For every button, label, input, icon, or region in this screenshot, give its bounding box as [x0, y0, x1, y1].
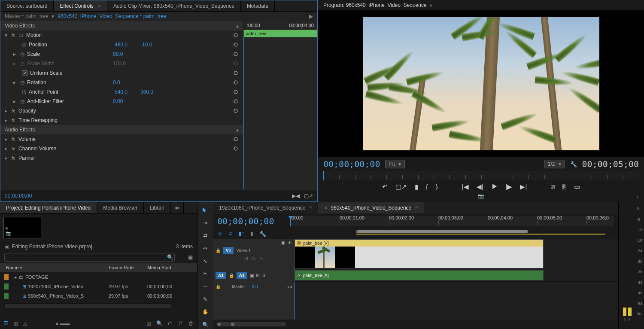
rate-stretch-tool-icon[interactable]: ⤡: [200, 257, 210, 265]
expand-icon[interactable]: ▸: [15, 274, 17, 280]
ec-clip-bar[interactable]: palm_tree: [243, 30, 317, 37]
uniform-scale-checkbox[interactable]: ✓: [22, 70, 27, 76]
label-color-swatch[interactable]: [4, 293, 9, 299]
toggle-track-output-icon[interactable]: ▣: [281, 241, 285, 245]
add-marker-icon[interactable]: ▮⁺: [239, 231, 244, 237]
track-target-a1[interactable]: A1: [237, 272, 247, 279]
pen-tool-icon[interactable]: ✎: [200, 295, 210, 304]
sort-icon[interactable]: ▾: [20, 265, 22, 270]
go-to-playhead-icon[interactable]: ▶: [309, 13, 313, 19]
new-item-icon[interactable]: 🗋: [178, 320, 183, 326]
fx-badge-icon[interactable]: fx: [12, 109, 18, 113]
expand-icon[interactable]: ▸: [13, 51, 20, 57]
mute-button[interactable]: M: [256, 273, 260, 278]
tab-libraries[interactable]: Librari: [144, 202, 170, 213]
fx-badge-icon[interactable]: fx: [12, 156, 18, 161]
panel-menu-icon[interactable]: ≡: [98, 3, 101, 9]
stopwatch-icon[interactable]: ◷: [20, 79, 27, 85]
effect-channel-volume[interactable]: ▸ fx Channel Volume: [0, 144, 243, 153]
expand-icon[interactable]: ▸: [5, 117, 12, 123]
panel-menu-icon[interactable]: ≡: [415, 205, 418, 211]
stopwatch-icon[interactable]: ◷: [22, 89, 29, 95]
effect-motion[interactable]: ▾ fx ▭ Motion: [0, 30, 243, 40]
track-lock-icon[interactable]: 🔒: [216, 248, 221, 253]
mark-out-icon[interactable]: }: [436, 183, 438, 191]
fx-badge-icon[interactable]: fx: [12, 118, 18, 123]
tab-audio-clip-mixer[interactable]: Audio Clip Mixer: 960x540_iPhone_Video_S…: [107, 0, 241, 11]
audio-track-header[interactable]: A1 🔒 A1 ▣ M S: [213, 270, 295, 281]
stopwatch-icon[interactable]: ◷: [22, 42, 29, 48]
selection-tool-icon[interactable]: [200, 206, 210, 214]
solo-button[interactable]: S: [262, 273, 265, 278]
expand-icon[interactable]: ▸: [5, 108, 12, 114]
scale-value[interactable]: 89.0: [113, 51, 139, 57]
expand-icon[interactable]: ▸: [13, 79, 20, 85]
track-lock-icon[interactable]: 🔒: [216, 284, 221, 289]
timeline-settings-icon[interactable]: 🔧: [259, 231, 266, 237]
playback-resolution-dropdown[interactable]: 1/2▾: [544, 160, 565, 168]
reset-icon[interactable]: [233, 89, 239, 95]
camera-icon[interactable]: 📷: [478, 193, 484, 199]
reset-icon[interactable]: [233, 79, 239, 85]
reset-icon[interactable]: [233, 136, 239, 142]
project-scrollbar[interactable]: [4, 303, 171, 308]
delete-icon[interactable]: 🗑: [188, 320, 194, 326]
export-frame-icon[interactable]: ▢↗: [395, 183, 407, 191]
project-item[interactable]: ▸🗀FOOTAGE: [0, 272, 197, 282]
audio-clip[interactable]: fx palm_tree [A]: [295, 270, 544, 280]
track-select-tool-icon[interactable]: ⇥: [200, 219, 210, 227]
stopwatch-icon[interactable]: ◷: [20, 98, 27, 104]
expand-icon[interactable]: ▸: [5, 146, 12, 152]
video-track-header[interactable]: ▣ 👁 🔒 V1 Video 1 ◁ ◇ ▷: [213, 239, 295, 270]
search-icon[interactable]: 🔍: [167, 254, 173, 260]
master-gain-value[interactable]: 0.0: [252, 284, 258, 289]
effect-controls-mini-timeline[interactable]: :00;00 00;00;04;00 palm_tree: [243, 21, 317, 190]
panel-menu-icon[interactable]: ≡: [429, 2, 432, 8]
fx-badge-icon[interactable]: fx: [12, 137, 18, 142]
rolling-edit-tool-icon[interactable]: ⇔: [200, 244, 210, 253]
next-keyframe-icon[interactable]: ▷: [260, 256, 263, 261]
project-search-input[interactable]: [4, 253, 175, 262]
video-clip[interactable]: fxpalm_tree [V]: [295, 239, 544, 268]
prev-keyframe-icon[interactable]: ◁: [244, 256, 248, 261]
sequence-tab-2[interactable]: ×960x540_iPhone_Video_Sequence≡: [318, 202, 424, 213]
reset-icon[interactable]: [233, 70, 239, 76]
timeline-track-area[interactable]: fxpalm_tree [V] fx palm_tree [A]: [295, 239, 618, 320]
reset-icon[interactable]: [233, 98, 239, 104]
work-area-bar[interactable]: [275, 229, 614, 235]
col-frame-rate[interactable]: Frame Rate: [107, 265, 146, 271]
step-forward-icon[interactable]: |▶: [506, 183, 513, 191]
reset-icon[interactable]: [233, 51, 239, 57]
step-back-icon[interactable]: ◀|: [477, 183, 483, 191]
clip-path[interactable]: 960x540_iPhone_Video_Sequence * palm_tre…: [58, 13, 166, 19]
add-button-icon[interactable]: ＋: [635, 193, 640, 201]
tabs-overflow-icon[interactable]: ≫: [171, 202, 184, 213]
transform-icon[interactable]: ▭: [18, 32, 26, 38]
label-color-swatch[interactable]: [4, 274, 9, 280]
project-item[interactable]: ⊞1920x1080_iPhone_Video 29.97 fps 00;00;…: [0, 282, 197, 291]
expand-icon[interactable]: ▾: [5, 32, 12, 38]
anchor-y[interactable]: 960.0: [140, 89, 166, 95]
tab-source[interactable]: Source: surfboard: [0, 0, 54, 11]
timeline-timecode[interactable]: 00;00;00;00: [217, 216, 290, 226]
track-lock-icon[interactable]: 🔒: [229, 273, 234, 278]
undo-icon[interactable]: ↶: [382, 183, 388, 191]
lift-icon[interactable]: ⎚: [551, 183, 555, 191]
timeline-ruler[interactable]: ;00;0000;00;01;0000;00;02;0000;00;03;000…: [290, 216, 614, 226]
effect-opacity[interactable]: ▸ fx Opacity: [0, 106, 243, 116]
mark-in-icon[interactable]: {: [426, 183, 428, 191]
label-color-swatch[interactable]: [4, 283, 9, 289]
anchor-x[interactable]: 540.0: [115, 89, 140, 95]
settings-icon[interactable]: 🔧: [570, 161, 577, 168]
reset-icon[interactable]: [233, 32, 239, 38]
slip-tool-icon[interactable]: ↔: [200, 282, 210, 291]
property-uniform-scale[interactable]: ✓ Uniform Scale: [0, 68, 243, 78]
program-time-ruler[interactable]: [323, 171, 639, 180]
find-icon[interactable]: 🔍: [156, 320, 163, 326]
reset-icon[interactable]: [233, 42, 239, 48]
close-icon[interactable]: ≡: [309, 205, 312, 211]
project-item[interactable]: ⊞960x540_iPhone_Video_S 29.97 fps 00;00;…: [0, 291, 197, 301]
ripple-edit-tool-icon[interactable]: ⇄: [200, 231, 210, 240]
video-effects-header[interactable]: Video Effects▴: [0, 21, 243, 30]
tab-metadata[interactable]: Metadata: [241, 0, 275, 11]
